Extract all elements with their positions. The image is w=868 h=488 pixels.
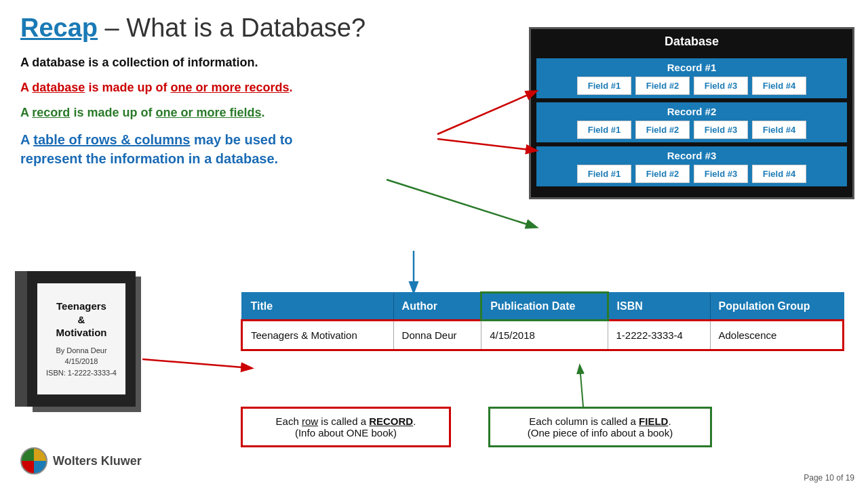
- table-row: Teenagers & Motivation Donna Deur 4/15/2…: [242, 321, 844, 350]
- record-3-field-3: Field #3: [694, 165, 748, 183]
- table-header-row: Title Author Publication Date ISBN Popul…: [242, 293, 844, 321]
- record-3-fields: Field #1 Field #2 Field #3 Field #4: [540, 165, 844, 183]
- record-3-field-2: Field #2: [635, 165, 690, 183]
- wk-logo-icon: [20, 447, 47, 474]
- record-description-box: Each row is called a RECORD. (Info about…: [241, 407, 451, 447]
- cell-title: Teenagers & Motivation: [242, 321, 394, 350]
- col-author: Author: [393, 293, 481, 321]
- title-rest: – What is a Database?: [98, 14, 366, 42]
- record-2-label: Record #2: [540, 106, 844, 117]
- cell-pubdate: 4/15/2018: [481, 321, 608, 350]
- record-1-field-2: Field #2: [635, 77, 690, 95]
- record-1-block: Record #1 Field #1 Field #2 Field #3 Fie…: [536, 58, 847, 98]
- record-1-label: Record #1: [540, 62, 844, 73]
- field-description-box: Each column is called a FIELD. (One piec…: [488, 407, 712, 447]
- record-desc-line2: (Info about ONE book): [253, 427, 439, 439]
- book-meta: By Donna Deur 4/15/2018 ISBN: 1-2222-333…: [46, 345, 117, 379]
- field-desc-line2: (One piece of info about a book): [500, 427, 700, 439]
- cell-author: Donna Deur: [393, 321, 481, 350]
- book-container: Teenagers&Motivation By Donna Deur 4/15/…: [27, 271, 163, 407]
- record-2-field-3: Field #3: [694, 121, 748, 139]
- book-spine: [15, 271, 27, 407]
- record-1-field-1: Field #1: [577, 77, 631, 95]
- text-line-1: A database is a collection of informatio…: [20, 54, 481, 71]
- record-1-field-4: Field #4: [752, 77, 806, 95]
- record-1-field-3: Field #3: [694, 77, 748, 95]
- book-author: By Donna Deur: [56, 346, 106, 354]
- text-line-3: A record is made up of one or more field…: [20, 104, 481, 121]
- col-population: Population Group: [710, 293, 844, 321]
- record-2-fields: Field #1 Field #2 Field #3 Field #4: [540, 121, 844, 139]
- text-line-4: A table of rows & columns may be used to…: [20, 130, 481, 168]
- db-diagram-title: Database: [531, 29, 852, 54]
- record-2-field-1: Field #1: [577, 121, 631, 139]
- cell-isbn: 1-2222-3333-4: [608, 321, 710, 350]
- wk-logo-text: Wolters Kluwer: [53, 454, 142, 468]
- record-2-field-4: Field #4: [752, 121, 806, 139]
- svg-line-5: [580, 366, 583, 407]
- record-3-label: Record #3: [540, 150, 844, 161]
- book-date: 4/15/2018: [65, 357, 98, 365]
- field-desc-line1: Each column is called a FIELD.: [500, 415, 700, 427]
- record-1-fields: Field #1 Field #2 Field #3 Field #4: [540, 77, 844, 95]
- cell-population: Adolescence: [710, 321, 844, 350]
- record-3-field-4: Field #4: [752, 165, 806, 183]
- slide: Recap – What is a Database? A database i…: [0, 0, 868, 488]
- record-3-field-1: Field #1: [577, 165, 631, 183]
- database-diagram: Database Record #1 Field #1 Field #2 Fie…: [529, 27, 854, 199]
- title-underlined: Recap: [20, 14, 98, 42]
- book-title: Teenagers&Motivation: [56, 300, 107, 340]
- record-3-block: Record #3 Field #1 Field #2 Field #3 Fie…: [536, 146, 847, 186]
- col-isbn: ISBN: [608, 293, 710, 321]
- database-table-area: Title Author Publication Date ISBN Popul…: [241, 291, 844, 351]
- record-desc-line1: Each row is called a RECORD.: [253, 415, 439, 427]
- record-2-field-2: Field #2: [635, 121, 690, 139]
- col-pubdate: Publication Date: [481, 293, 608, 321]
- page-number: Page 10 of 19: [804, 473, 854, 483]
- record-2-block: Record #2 Field #1 Field #2 Field #3 Fie…: [536, 102, 847, 142]
- left-content: A database is a collection of informatio…: [20, 54, 481, 176]
- col-title: Title: [242, 293, 394, 321]
- book-isbn: ISBN: 1-2222-3333-4: [46, 369, 117, 377]
- logo-area: Wolters Kluwer: [20, 447, 142, 474]
- book: Teenagers&Motivation By Donna Deur 4/15/…: [27, 271, 136, 407]
- book-inner: Teenagers&Motivation By Donna Deur 4/15/…: [37, 283, 125, 394]
- database-table: Title Author Publication Date ISBN Popul…: [241, 291, 844, 351]
- text-line-2: A database is made up of one or more rec…: [20, 79, 481, 96]
- svg-line-2: [387, 180, 536, 227]
